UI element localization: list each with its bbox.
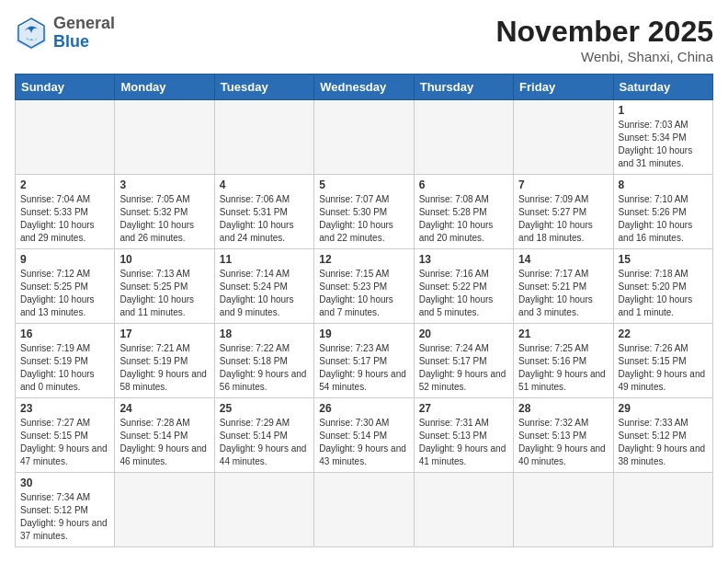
calendar-week-row: 23Sunrise: 7:27 AM Sunset: 5:15 PM Dayli… (16, 398, 713, 473)
day-number: 7 (518, 178, 608, 191)
calendar-cell: 16Sunrise: 7:19 AM Sunset: 5:19 PM Dayli… (16, 324, 115, 398)
day-number: 15 (619, 253, 708, 266)
cell-content: Sunrise: 7:15 AM Sunset: 5:23 PM Dayligh… (319, 268, 408, 319)
calendar-cell (214, 100, 313, 175)
cell-content: Sunrise: 7:33 AM Sunset: 5:12 PM Dayligh… (619, 417, 708, 468)
calendar-cell: 23Sunrise: 7:27 AM Sunset: 5:15 PM Dayli… (16, 398, 115, 473)
calendar-cell (414, 100, 513, 175)
cell-content: Sunrise: 7:13 AM Sunset: 5:25 PM Dayligh… (119, 268, 209, 319)
cell-content: Sunrise: 7:34 AM Sunset: 5:12 PM Dayligh… (20, 491, 109, 543)
month-title: November 2025 (495, 15, 713, 49)
day-number: 3 (119, 178, 209, 191)
day-number: 2 (20, 178, 109, 191)
day-number: 4 (220, 178, 309, 191)
calendar-week-row: 1Sunrise: 7:03 AM Sunset: 5:34 PM Daylig… (16, 100, 713, 175)
day-number: 28 (518, 402, 608, 415)
calendar-cell (514, 473, 613, 547)
cell-content: Sunrise: 7:27 AM Sunset: 5:15 PM Dayligh… (20, 417, 109, 468)
calendar-cell: 1Sunrise: 7:03 AM Sunset: 5:34 PM Daylig… (613, 100, 712, 175)
day-number: 18 (220, 327, 309, 340)
cell-content: Sunrise: 7:28 AM Sunset: 5:14 PM Dayligh… (119, 417, 209, 468)
calendar-week-row: 30Sunrise: 7:34 AM Sunset: 5:12 PM Dayli… (16, 473, 713, 547)
calendar-cell: 21Sunrise: 7:25 AM Sunset: 5:16 PM Dayli… (514, 324, 613, 398)
calendar-week-row: 9Sunrise: 7:12 AM Sunset: 5:25 PM Daylig… (16, 249, 713, 324)
calendar-cell: 26Sunrise: 7:30 AM Sunset: 5:14 PM Dayli… (314, 398, 414, 473)
calendar-cell (414, 473, 513, 547)
day-number: 25 (220, 402, 309, 415)
day-number: 13 (419, 253, 508, 266)
calendar-cell: 24Sunrise: 7:28 AM Sunset: 5:14 PM Dayli… (115, 398, 214, 473)
cell-content: Sunrise: 7:31 AM Sunset: 5:13 PM Dayligh… (419, 417, 508, 468)
calendar-cell (214, 473, 313, 547)
logo-icon (15, 17, 48, 50)
calendar-cell (16, 100, 115, 175)
calendar-cell (613, 473, 712, 547)
calendar-cell (115, 473, 214, 547)
cell-content: Sunrise: 7:14 AM Sunset: 5:24 PM Dayligh… (220, 268, 309, 319)
logo: General Blue (15, 15, 115, 52)
day-number: 17 (119, 327, 209, 340)
calendar-cell: 17Sunrise: 7:21 AM Sunset: 5:19 PM Dayli… (115, 324, 214, 398)
day-number: 11 (220, 253, 309, 266)
cell-content: Sunrise: 7:07 AM Sunset: 5:30 PM Dayligh… (319, 193, 408, 245)
cell-content: Sunrise: 7:10 AM Sunset: 5:26 PM Dayligh… (619, 193, 708, 245)
calendar-cell: 7Sunrise: 7:09 AM Sunset: 5:27 PM Daylig… (514, 175, 613, 249)
calendar-week-row: 2Sunrise: 7:04 AM Sunset: 5:33 PM Daylig… (16, 175, 713, 249)
calendar-cell: 14Sunrise: 7:17 AM Sunset: 5:21 PM Dayli… (514, 249, 613, 324)
day-number: 26 (319, 402, 408, 415)
weekday-header: Saturday (613, 75, 712, 100)
calendar-cell: 10Sunrise: 7:13 AM Sunset: 5:25 PM Dayli… (115, 249, 214, 324)
day-number: 12 (319, 253, 408, 266)
calendar-cell: 25Sunrise: 7:29 AM Sunset: 5:14 PM Dayli… (214, 398, 313, 473)
calendar-cell: 28Sunrise: 7:32 AM Sunset: 5:13 PM Dayli… (514, 398, 613, 473)
day-number: 22 (619, 327, 708, 340)
day-number: 29 (619, 402, 708, 415)
calendar-cell: 12Sunrise: 7:15 AM Sunset: 5:23 PM Dayli… (314, 249, 414, 324)
calendar-cell: 2Sunrise: 7:04 AM Sunset: 5:33 PM Daylig… (16, 175, 115, 249)
calendar-cell: 13Sunrise: 7:16 AM Sunset: 5:22 PM Dayli… (414, 249, 513, 324)
cell-content: Sunrise: 7:03 AM Sunset: 5:34 PM Dayligh… (619, 119, 708, 170)
calendar-table: SundayMondayTuesdayWednesdayThursdayFrid… (15, 74, 713, 547)
weekday-header: Monday (115, 75, 214, 100)
calendar-cell: 20Sunrise: 7:24 AM Sunset: 5:17 PM Dayli… (414, 324, 513, 398)
calendar-cell (314, 473, 414, 547)
day-number: 1 (619, 104, 708, 117)
day-number: 16 (20, 327, 109, 340)
weekday-header-row: SundayMondayTuesdayWednesdayThursdayFrid… (16, 75, 713, 100)
calendar-cell (115, 100, 214, 175)
calendar-cell (314, 100, 414, 175)
cell-content: Sunrise: 7:09 AM Sunset: 5:27 PM Dayligh… (518, 193, 608, 245)
calendar-cell: 22Sunrise: 7:26 AM Sunset: 5:15 PM Dayli… (613, 324, 712, 398)
day-number: 9 (20, 253, 109, 266)
weekday-header: Sunday (16, 75, 115, 100)
calendar-cell: 15Sunrise: 7:18 AM Sunset: 5:20 PM Dayli… (613, 249, 712, 324)
calendar-week-row: 16Sunrise: 7:19 AM Sunset: 5:19 PM Dayli… (16, 324, 713, 398)
day-number: 30 (20, 477, 109, 489)
cell-content: Sunrise: 7:21 AM Sunset: 5:19 PM Dayligh… (119, 342, 209, 394)
day-number: 24 (119, 402, 209, 415)
calendar-cell (514, 100, 613, 175)
cell-content: Sunrise: 7:22 AM Sunset: 5:18 PM Dayligh… (220, 342, 309, 394)
calendar-cell: 27Sunrise: 7:31 AM Sunset: 5:13 PM Dayli… (414, 398, 513, 473)
day-number: 21 (518, 327, 608, 340)
calendar-cell: 3Sunrise: 7:05 AM Sunset: 5:32 PM Daylig… (115, 175, 214, 249)
day-number: 6 (419, 178, 508, 191)
cell-content: Sunrise: 7:08 AM Sunset: 5:28 PM Dayligh… (419, 193, 508, 245)
day-number: 14 (518, 253, 608, 266)
day-number: 20 (419, 327, 508, 340)
cell-content: Sunrise: 7:24 AM Sunset: 5:17 PM Dayligh… (419, 342, 508, 394)
page-header: General Blue November 2025 Wenbi, Shanxi… (15, 15, 713, 64)
calendar-cell: 18Sunrise: 7:22 AM Sunset: 5:18 PM Dayli… (214, 324, 313, 398)
weekday-header: Tuesday (214, 75, 313, 100)
day-number: 8 (619, 178, 708, 191)
calendar-cell: 6Sunrise: 7:08 AM Sunset: 5:28 PM Daylig… (414, 175, 513, 249)
cell-content: Sunrise: 7:16 AM Sunset: 5:22 PM Dayligh… (419, 268, 508, 319)
calendar-cell: 29Sunrise: 7:33 AM Sunset: 5:12 PM Dayli… (613, 398, 712, 473)
weekday-header: Friday (514, 75, 613, 100)
cell-content: Sunrise: 7:06 AM Sunset: 5:31 PM Dayligh… (220, 193, 309, 245)
calendar-cell: 19Sunrise: 7:23 AM Sunset: 5:17 PM Dayli… (314, 324, 414, 398)
weekday-header: Wednesday (314, 75, 414, 100)
day-number: 19 (319, 327, 408, 340)
day-number: 5 (319, 178, 408, 191)
logo-general: General (53, 14, 115, 32)
